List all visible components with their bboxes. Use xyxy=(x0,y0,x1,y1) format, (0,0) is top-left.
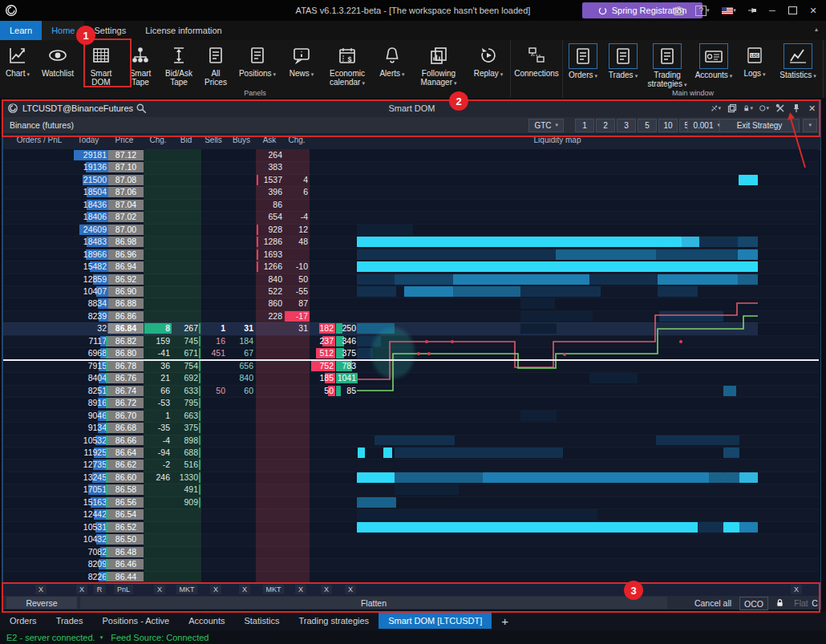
pin-window-icon[interactable] xyxy=(746,4,759,17)
exit-strategy-caret[interactable]: ▾ xyxy=(803,119,817,132)
add-tab-button[interactable]: + xyxy=(492,614,518,628)
language-flag-icon[interactable]: ▾ xyxy=(719,4,739,17)
dom-row-87.10[interactable]: 1913687.10383 xyxy=(3,161,819,174)
dom-row-86.66[interactable]: 1053286.66-4898 xyxy=(3,435,819,448)
dom-row-86.90[interactable]: 1040786.90522-55 xyxy=(3,286,819,298)
bottom-tab-accounts[interactable]: Accounts xyxy=(179,613,234,629)
close-position-button[interactable]: C xyxy=(810,597,820,609)
mini-button-x-4[interactable]: X xyxy=(154,585,165,594)
mini-button-x-11[interactable]: X xyxy=(345,585,356,594)
tab-home[interactable]: Home xyxy=(42,21,84,40)
mini-button-mkt-8[interactable]: MKT xyxy=(263,585,285,594)
mini-button-r-2[interactable]: R xyxy=(94,585,106,594)
bottom-tab-smart-dom-ltcusdt-[interactable]: Smart DOM [LTCUSDT] xyxy=(379,613,492,629)
mini-button-mkt-5[interactable]: MKT xyxy=(176,585,198,594)
screenshot-camera-icon[interactable] xyxy=(672,4,685,17)
dom-row-87.12[interactable]: 2918187.12264 xyxy=(3,149,819,162)
mini-button-x-6[interactable]: X xyxy=(210,585,221,594)
column-header-sells[interactable]: Sells xyxy=(204,136,222,144)
toolbar-button-news[interactable]: News▾ xyxy=(282,40,321,90)
tab-learn[interactable]: Learn xyxy=(0,21,42,40)
toolbar-button-following-manager[interactable]: Following Manager▾ xyxy=(411,40,467,90)
dom-row-87.04[interactable]: 1843687.0486 xyxy=(3,199,819,212)
dom-row-86.98[interactable]: 1848386.98128648 xyxy=(3,236,819,249)
column-header-today[interactable]: Today xyxy=(78,136,99,144)
smart-dom-titlebar[interactable]: LTCUSDT@BinanceFutures Smart DOM ▾▾▾✕ xyxy=(3,99,820,117)
oco-button[interactable]: OCO xyxy=(739,597,768,610)
toolbar-button-economic-calendar[interactable]: $Economic calendar▾ xyxy=(321,40,374,90)
dom-row-87.00[interactable]: 2460987.0092812 xyxy=(3,224,819,237)
toolbar-button-smart-dom[interactable]: Smart DOM xyxy=(80,40,122,90)
qty-button-2[interactable]: 2 xyxy=(596,119,615,132)
toolbar-button-replay[interactable]: Replay▾ xyxy=(467,40,510,90)
mini-button-x-12[interactable]: X xyxy=(791,585,802,594)
dom-row-86.72[interactable]: 891686.72-53795 xyxy=(3,397,819,410)
column-header-chg-[interactable]: Chg. xyxy=(149,136,166,144)
maximize-button[interactable] xyxy=(786,4,799,17)
help-icon[interactable]: ?▾ xyxy=(692,4,713,17)
column-header-ask[interactable]: Ask xyxy=(263,136,277,144)
toolbar-button-trading-strategies[interactable]: Trading strategies▾ xyxy=(643,40,691,90)
dom-row-86.64[interactable]: 1192586.64-94688 xyxy=(3,447,819,460)
dom-row-86.50[interactable]: 1043286.50 xyxy=(3,533,819,546)
column-header-liquidity-map[interactable]: Liquidity map xyxy=(534,136,581,144)
flatten-button[interactable]: Flatten xyxy=(80,597,667,609)
tab-license-information[interactable]: License information xyxy=(136,21,231,40)
minimize-button[interactable]: ─ xyxy=(766,4,779,17)
lock-icon[interactable]: ▾ xyxy=(743,103,753,114)
settings-tools-icon[interactable] xyxy=(775,103,785,114)
column-header-buys[interactable]: Buys xyxy=(233,136,250,144)
dom-row-87.02[interactable]: 1840687.02654-4 xyxy=(3,211,819,224)
lock-button[interactable] xyxy=(770,597,789,609)
duplicate-icon[interactable] xyxy=(727,103,737,114)
account-label[interactable]: Binance (futures) xyxy=(10,120,74,130)
mini-button-x-7[interactable]: X xyxy=(239,585,250,594)
mini-button-x-9[interactable]: X xyxy=(295,585,306,594)
tif-select[interactable]: GTC▾ xyxy=(528,119,564,132)
reverse-button[interactable]: Reverse xyxy=(6,597,77,609)
toolbar-button-alerts[interactable]: Alerts▾ xyxy=(374,40,411,90)
qty-button-3[interactable]: 3 xyxy=(617,119,636,132)
column-header-price[interactable]: Price xyxy=(115,136,134,144)
dom-row-86.52[interactable]: 1053186.52 xyxy=(3,521,819,534)
column-header-chg-[interactable]: Chg. xyxy=(288,136,305,144)
toolbar-button-trades[interactable]: Trades▾ xyxy=(603,40,643,90)
dom-row-86.94[interactable]: 1548286.941266-10 xyxy=(3,261,819,273)
dom-row-86.84[interactable]: 3286.84826713131182250 xyxy=(3,322,819,335)
dom-row-86.54[interactable]: 1244286.54 xyxy=(3,508,819,521)
dom-row-86.92[interactable]: 1285986.9284050 xyxy=(3,273,819,286)
dom-row-86.48[interactable]: 708286.48 xyxy=(3,546,819,559)
flat-button[interactable]: Flat xyxy=(791,597,812,609)
toolbar-button-chart[interactable]: Chart▾ xyxy=(0,40,35,90)
dom-row-86.74[interactable]: 825186.746663350605085 xyxy=(3,385,819,398)
dom-row-86.44[interactable]: 822686.44 xyxy=(3,571,819,584)
dom-row-86.62[interactable]: 1273586.62-2516 xyxy=(3,459,819,472)
dom-row-86.56[interactable]: 1516386.56909 xyxy=(3,496,819,509)
column-header-bid[interactable]: Bid xyxy=(180,136,192,144)
bottom-tab-trades[interactable]: Trades xyxy=(47,613,93,629)
collapse-ribbon-icon[interactable]: ▴ xyxy=(815,26,818,33)
mini-button-x-0[interactable]: X xyxy=(35,585,47,594)
dom-row-86.88[interactable]: 883486.8886087 xyxy=(3,298,819,310)
toolbar-button-accounts[interactable]: Accounts▾ xyxy=(691,40,736,90)
toolbar-button-smart-tape[interactable]: Smart Tape xyxy=(122,40,159,90)
dom-row-87.06[interactable]: 1850487.063966 xyxy=(3,186,819,199)
qty-button-1[interactable]: 1 xyxy=(575,119,594,132)
dom-row-86.76[interactable]: 840486.76216928401851041 xyxy=(3,372,819,385)
cancel-all-button[interactable]: Cancel all xyxy=(690,597,736,609)
close-button[interactable]: ✕ xyxy=(807,4,820,17)
toolbar-button-connections[interactable]: Connections xyxy=(511,40,562,90)
toolbar-button-statistics[interactable]: Statistics▾ xyxy=(773,40,823,90)
mini-button-pnl-3[interactable]: PnL xyxy=(114,585,133,594)
bottom-tab-orders[interactable]: Orders xyxy=(0,613,47,629)
tab-settings[interactable]: Settings xyxy=(84,21,136,40)
mini-button-x-10[interactable]: X xyxy=(321,585,332,594)
toolbar-button-orders[interactable]: Orders▾ xyxy=(563,40,603,90)
dom-row-87.08[interactable]: 2150087.0815374 xyxy=(3,174,819,187)
server-status[interactable]: E2 - server connected. xyxy=(6,633,95,642)
dom-row-86.86[interactable]: 823986.86228-17 xyxy=(3,310,819,323)
qty-button-5[interactable]: 5 xyxy=(638,119,657,132)
status-caret-icon[interactable]: ▾ xyxy=(100,634,103,641)
dom-row-86.70[interactable]: 904686.701663 xyxy=(3,410,819,423)
toolbar-button-watchlist[interactable]: Watchlist xyxy=(35,40,80,90)
